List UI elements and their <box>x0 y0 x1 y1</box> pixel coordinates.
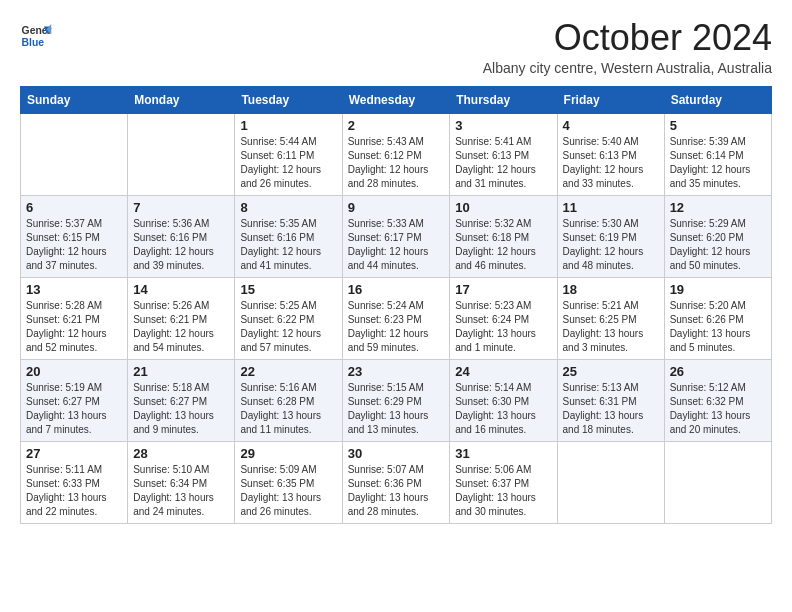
day-info: Sunrise: 5:36 AM Sunset: 6:16 PM Dayligh… <box>133 217 229 273</box>
calendar-cell: 25Sunrise: 5:13 AM Sunset: 6:31 PM Dayli… <box>557 360 664 442</box>
week-row-5: 27Sunrise: 5:11 AM Sunset: 6:33 PM Dayli… <box>21 442 772 524</box>
day-number: 28 <box>133 446 229 461</box>
day-info: Sunrise: 5:16 AM Sunset: 6:28 PM Dayligh… <box>240 381 336 437</box>
weekday-header-wednesday: Wednesday <box>342 87 450 114</box>
calendar-cell: 5Sunrise: 5:39 AM Sunset: 6:14 PM Daylig… <box>664 114 771 196</box>
day-number: 14 <box>133 282 229 297</box>
calendar-cell: 9Sunrise: 5:33 AM Sunset: 6:17 PM Daylig… <box>342 196 450 278</box>
calendar-cell: 15Sunrise: 5:25 AM Sunset: 6:22 PM Dayli… <box>235 278 342 360</box>
day-number: 19 <box>670 282 766 297</box>
calendar-cell: 8Sunrise: 5:35 AM Sunset: 6:16 PM Daylig… <box>235 196 342 278</box>
calendar-cell: 20Sunrise: 5:19 AM Sunset: 6:27 PM Dayli… <box>21 360 128 442</box>
day-number: 6 <box>26 200 122 215</box>
day-number: 24 <box>455 364 551 379</box>
calendar-cell: 7Sunrise: 5:36 AM Sunset: 6:16 PM Daylig… <box>128 196 235 278</box>
calendar-cell <box>128 114 235 196</box>
day-info: Sunrise: 5:10 AM Sunset: 6:34 PM Dayligh… <box>133 463 229 519</box>
day-number: 10 <box>455 200 551 215</box>
calendar-cell: 12Sunrise: 5:29 AM Sunset: 6:20 PM Dayli… <box>664 196 771 278</box>
day-info: Sunrise: 5:28 AM Sunset: 6:21 PM Dayligh… <box>26 299 122 355</box>
calendar-cell: 19Sunrise: 5:20 AM Sunset: 6:26 PM Dayli… <box>664 278 771 360</box>
calendar-cell: 21Sunrise: 5:18 AM Sunset: 6:27 PM Dayli… <box>128 360 235 442</box>
calendar-cell: 31Sunrise: 5:06 AM Sunset: 6:37 PM Dayli… <box>450 442 557 524</box>
day-info: Sunrise: 5:35 AM Sunset: 6:16 PM Dayligh… <box>240 217 336 273</box>
calendar-cell: 14Sunrise: 5:26 AM Sunset: 6:21 PM Dayli… <box>128 278 235 360</box>
day-info: Sunrise: 5:21 AM Sunset: 6:25 PM Dayligh… <box>563 299 659 355</box>
day-info: Sunrise: 5:06 AM Sunset: 6:37 PM Dayligh… <box>455 463 551 519</box>
calendar-cell: 2Sunrise: 5:43 AM Sunset: 6:12 PM Daylig… <box>342 114 450 196</box>
location-title: Albany city centre, Western Australia, A… <box>483 60 772 76</box>
calendar-cell: 26Sunrise: 5:12 AM Sunset: 6:32 PM Dayli… <box>664 360 771 442</box>
day-info: Sunrise: 5:20 AM Sunset: 6:26 PM Dayligh… <box>670 299 766 355</box>
calendar-table: SundayMondayTuesdayWednesdayThursdayFrid… <box>20 86 772 524</box>
day-number: 7 <box>133 200 229 215</box>
calendar-cell <box>664 442 771 524</box>
day-info: Sunrise: 5:14 AM Sunset: 6:30 PM Dayligh… <box>455 381 551 437</box>
day-info: Sunrise: 5:18 AM Sunset: 6:27 PM Dayligh… <box>133 381 229 437</box>
day-info: Sunrise: 5:37 AM Sunset: 6:15 PM Dayligh… <box>26 217 122 273</box>
day-info: Sunrise: 5:19 AM Sunset: 6:27 PM Dayligh… <box>26 381 122 437</box>
day-info: Sunrise: 5:32 AM Sunset: 6:18 PM Dayligh… <box>455 217 551 273</box>
calendar-cell: 3Sunrise: 5:41 AM Sunset: 6:13 PM Daylig… <box>450 114 557 196</box>
weekday-header-friday: Friday <box>557 87 664 114</box>
day-number: 8 <box>240 200 336 215</box>
day-info: Sunrise: 5:33 AM Sunset: 6:17 PM Dayligh… <box>348 217 445 273</box>
calendar-cell: 1Sunrise: 5:44 AM Sunset: 6:11 PM Daylig… <box>235 114 342 196</box>
day-number: 12 <box>670 200 766 215</box>
day-info: Sunrise: 5:15 AM Sunset: 6:29 PM Dayligh… <box>348 381 445 437</box>
day-number: 23 <box>348 364 445 379</box>
week-row-1: 1Sunrise: 5:44 AM Sunset: 6:11 PM Daylig… <box>21 114 772 196</box>
weekday-header-tuesday: Tuesday <box>235 87 342 114</box>
calendar-cell: 10Sunrise: 5:32 AM Sunset: 6:18 PM Dayli… <box>450 196 557 278</box>
calendar-cell: 11Sunrise: 5:30 AM Sunset: 6:19 PM Dayli… <box>557 196 664 278</box>
week-row-3: 13Sunrise: 5:28 AM Sunset: 6:21 PM Dayli… <box>21 278 772 360</box>
calendar-cell: 22Sunrise: 5:16 AM Sunset: 6:28 PM Dayli… <box>235 360 342 442</box>
day-number: 16 <box>348 282 445 297</box>
day-number: 27 <box>26 446 122 461</box>
calendar-cell: 28Sunrise: 5:10 AM Sunset: 6:34 PM Dayli… <box>128 442 235 524</box>
day-info: Sunrise: 5:29 AM Sunset: 6:20 PM Dayligh… <box>670 217 766 273</box>
calendar-cell: 17Sunrise: 5:23 AM Sunset: 6:24 PM Dayli… <box>450 278 557 360</box>
calendar-cell: 30Sunrise: 5:07 AM Sunset: 6:36 PM Dayli… <box>342 442 450 524</box>
weekday-header-saturday: Saturday <box>664 87 771 114</box>
logo-icon: General Blue <box>20 20 52 52</box>
calendar-cell: 29Sunrise: 5:09 AM Sunset: 6:35 PM Dayli… <box>235 442 342 524</box>
day-info: Sunrise: 5:13 AM Sunset: 6:31 PM Dayligh… <box>563 381 659 437</box>
day-number: 1 <box>240 118 336 133</box>
day-info: Sunrise: 5:43 AM Sunset: 6:12 PM Dayligh… <box>348 135 445 191</box>
day-info: Sunrise: 5:09 AM Sunset: 6:35 PM Dayligh… <box>240 463 336 519</box>
page-header: General Blue October 2024 Albany city ce… <box>20 20 772 76</box>
day-number: 26 <box>670 364 766 379</box>
day-info: Sunrise: 5:12 AM Sunset: 6:32 PM Dayligh… <box>670 381 766 437</box>
title-block: October 2024 Albany city centre, Western… <box>483 20 772 76</box>
day-info: Sunrise: 5:23 AM Sunset: 6:24 PM Dayligh… <box>455 299 551 355</box>
calendar-cell: 6Sunrise: 5:37 AM Sunset: 6:15 PM Daylig… <box>21 196 128 278</box>
day-number: 5 <box>670 118 766 133</box>
calendar-cell <box>21 114 128 196</box>
day-info: Sunrise: 5:24 AM Sunset: 6:23 PM Dayligh… <box>348 299 445 355</box>
day-number: 31 <box>455 446 551 461</box>
calendar-cell <box>557 442 664 524</box>
weekday-header-thursday: Thursday <box>450 87 557 114</box>
day-number: 2 <box>348 118 445 133</box>
day-info: Sunrise: 5:39 AM Sunset: 6:14 PM Dayligh… <box>670 135 766 191</box>
calendar-cell: 18Sunrise: 5:21 AM Sunset: 6:25 PM Dayli… <box>557 278 664 360</box>
calendar-cell: 16Sunrise: 5:24 AM Sunset: 6:23 PM Dayli… <box>342 278 450 360</box>
weekday-header-monday: Monday <box>128 87 235 114</box>
day-number: 3 <box>455 118 551 133</box>
calendar-cell: 27Sunrise: 5:11 AM Sunset: 6:33 PM Dayli… <box>21 442 128 524</box>
day-info: Sunrise: 5:30 AM Sunset: 6:19 PM Dayligh… <box>563 217 659 273</box>
day-number: 22 <box>240 364 336 379</box>
day-info: Sunrise: 5:07 AM Sunset: 6:36 PM Dayligh… <box>348 463 445 519</box>
day-number: 30 <box>348 446 445 461</box>
day-info: Sunrise: 5:26 AM Sunset: 6:21 PM Dayligh… <box>133 299 229 355</box>
day-info: Sunrise: 5:11 AM Sunset: 6:33 PM Dayligh… <box>26 463 122 519</box>
month-title: October 2024 <box>483 20 772 56</box>
calendar-cell: 24Sunrise: 5:14 AM Sunset: 6:30 PM Dayli… <box>450 360 557 442</box>
day-number: 29 <box>240 446 336 461</box>
day-number: 20 <box>26 364 122 379</box>
weekday-header-row: SundayMondayTuesdayWednesdayThursdayFrid… <box>21 87 772 114</box>
day-number: 15 <box>240 282 336 297</box>
day-number: 25 <box>563 364 659 379</box>
day-info: Sunrise: 5:40 AM Sunset: 6:13 PM Dayligh… <box>563 135 659 191</box>
